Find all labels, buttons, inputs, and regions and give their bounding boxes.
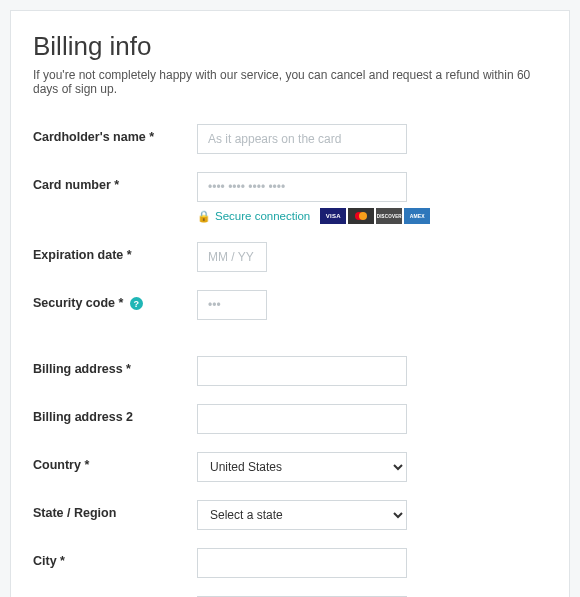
- visa-icon: VISA: [320, 208, 346, 224]
- state-select[interactable]: Select a state: [197, 500, 407, 530]
- label-addr2: Billing address 2: [33, 404, 197, 424]
- page-title: Billing info: [33, 31, 547, 62]
- row-security: Security code * ?: [33, 290, 547, 320]
- label-city: City *: [33, 548, 197, 568]
- svg-point-1: [359, 212, 367, 220]
- row-cardnumber: Card number * 🔒 Secure connection VISA D…: [33, 172, 547, 224]
- discover-icon: DISCOVER: [376, 208, 402, 224]
- mastercard-icon: [348, 208, 374, 224]
- label-addr1: Billing address *: [33, 356, 197, 376]
- security-code-input[interactable]: [197, 290, 267, 320]
- row-cardholder: Cardholder's name *: [33, 124, 547, 154]
- expiration-input[interactable]: [197, 242, 267, 272]
- label-expiration: Expiration date *: [33, 242, 197, 262]
- billing-address-input[interactable]: [197, 356, 407, 386]
- row-expiration: Expiration date *: [33, 242, 547, 272]
- secure-connection-text: Secure connection: [215, 210, 310, 222]
- label-country: Country *: [33, 452, 197, 472]
- card-brand-icons: VISA DISCOVER AMEX: [320, 208, 430, 224]
- billing-form-card: Billing info If you're not completely ha…: [10, 10, 570, 597]
- cardholder-name-input[interactable]: [197, 124, 407, 154]
- country-select[interactable]: United States: [197, 452, 407, 482]
- row-addr2: Billing address 2: [33, 404, 547, 434]
- label-cardholder: Cardholder's name *: [33, 124, 197, 144]
- label-state: State / Region: [33, 500, 197, 520]
- label-security: Security code * ?: [33, 290, 197, 310]
- refund-note: If you're not completely happy with our …: [33, 68, 547, 96]
- label-security-text: Security code *: [33, 296, 123, 310]
- lock-icon: 🔒: [197, 210, 211, 223]
- row-state: State / Region Select a state: [33, 500, 547, 530]
- help-icon[interactable]: ?: [130, 297, 143, 310]
- label-cardnumber: Card number *: [33, 172, 197, 192]
- row-city: City *: [33, 548, 547, 578]
- secure-connection-row: 🔒 Secure connection VISA DISCOVER AMEX: [197, 208, 547, 224]
- card-number-input[interactable]: [197, 172, 407, 202]
- row-addr1: Billing address *: [33, 356, 547, 386]
- amex-icon: AMEX: [404, 208, 430, 224]
- city-input[interactable]: [197, 548, 407, 578]
- row-country: Country * United States: [33, 452, 547, 482]
- billing-address2-input[interactable]: [197, 404, 407, 434]
